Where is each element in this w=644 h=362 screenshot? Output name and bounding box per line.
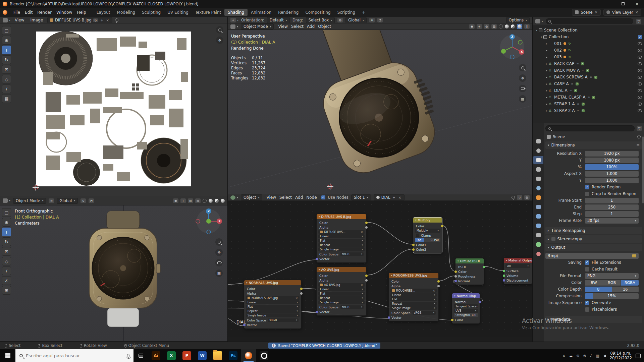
properties-search-field[interactable]: [545, 125, 635, 131]
microphone-icon[interactable]: [127, 354, 129, 358]
pan-hand-icon[interactable]: ✥: [216, 37, 223, 44]
output-socket[interactable]: [479, 301, 481, 303]
properties-tab-view-layer[interactable]: [533, 165, 543, 174]
uv-view-menu[interactable]: View: [13, 17, 26, 23]
show-overlays-icon[interactable]: ◍: [188, 198, 193, 203]
properties-tab-modifiers[interactable]: [533, 203, 543, 211]
input-socket[interactable]: [389, 303, 392, 305]
property-value-field[interactable]: 1.000: [585, 178, 639, 183]
viewport-tool-button[interactable]: ↻: [2, 237, 11, 246]
output-socket[interactable]: [364, 231, 366, 233]
outliner-item[interactable]: ▸ 003: [533, 54, 644, 60]
filter-icon[interactable]: ▽: [636, 19, 641, 24]
zoom-icon[interactable]: [215, 238, 223, 246]
output-socket[interactable]: [364, 301, 366, 304]
input-socket[interactable]: [454, 270, 457, 273]
shader-node[interactable]: ▾ ROUGHNESS UVS.jpg Color: [388, 273, 439, 321]
input-socket[interactable]: [317, 248, 320, 251]
output-socket[interactable]: [437, 312, 440, 314]
viewport-tool-button[interactable]: ∕: [2, 266, 11, 275]
node-header[interactable]: ▾ NORMALS UVS.jpg: [244, 280, 301, 285]
pan-hand-icon[interactable]: ✥: [519, 74, 526, 82]
expand-arrow-icon[interactable]: ▸: [545, 109, 549, 112]
input-socket[interactable]: [317, 244, 320, 246]
node-row[interactable]: AO UVS.jpg: [318, 283, 365, 287]
output-socket[interactable]: [436, 307, 438, 309]
property-row[interactable]: Render Region: [545, 184, 641, 190]
taskbar-app-blender[interactable]: [241, 349, 256, 362]
node-row[interactable]: Repeat: [318, 243, 365, 247]
collapse-arrow-icon[interactable]: ▾: [454, 295, 455, 297]
node-row[interactable]: Color1: [413, 242, 442, 247]
output-socket[interactable]: [436, 303, 438, 305]
input-socket[interactable]: [317, 235, 320, 238]
pin-icon[interactable]: [512, 196, 515, 199]
input-socket[interactable]: [454, 280, 457, 282]
hide-in-viewport-eye-icon[interactable]: [638, 89, 642, 92]
input-socket[interactable]: [389, 290, 392, 292]
node-row[interactable]: Single Image: [318, 300, 365, 304]
properties-tab-constraints[interactable]: [533, 231, 543, 239]
node-row[interactable]: Vector: [389, 315, 438, 320]
segment-option[interactable]: 16: [612, 287, 639, 292]
input-socket[interactable]: [316, 222, 318, 224]
uv-tool-button[interactable]: ▦: [2, 94, 11, 103]
hide-in-viewport-eye-icon[interactable]: [638, 42, 642, 45]
input-socket[interactable]: [316, 226, 318, 229]
property-row[interactable]: Y 1.000 1.000: [545, 177, 641, 184]
solid-shading-icon[interactable]: [209, 199, 213, 203]
output-socket[interactable]: [300, 324, 303, 326]
hide-in-viewport-eye-icon[interactable]: [638, 109, 642, 112]
editor-type-icon[interactable]: [230, 24, 235, 29]
viewport-tool-button[interactable]: ∠: [2, 276, 11, 285]
input-socket[interactable]: [245, 301, 247, 304]
show-overlays-icon[interactable]: ◍: [524, 195, 530, 200]
outliner-item[interactable]: ▸ BACK MOV A: [533, 67, 644, 74]
editor-type-icon[interactable]: [3, 18, 8, 22]
input-socket[interactable]: [316, 258, 318, 260]
taskbar-app-file-explorer[interactable]: [210, 349, 225, 362]
wireframe-shading-icon[interactable]: [499, 24, 503, 28]
property-checkbox[interactable]: [585, 267, 589, 272]
node-row[interactable]: Color: [244, 286, 301, 291]
camera-view-icon[interactable]: [215, 259, 223, 266]
node-row[interactable]: Strength 0.300: [454, 313, 478, 317]
expand-arrow-icon[interactable]: ▸: [545, 89, 549, 92]
properties-tab-render[interactable]: [533, 146, 543, 155]
orthographic-toggle-icon[interactable]: ▦: [215, 269, 223, 277]
properties-tab-material[interactable]: [533, 250, 543, 258]
output-socket[interactable]: [529, 265, 532, 267]
node-row[interactable]: DIFFUSE UVS...: [318, 230, 365, 234]
property-checkbox[interactable]: [585, 185, 589, 189]
input-socket[interactable]: [388, 285, 390, 287]
outliner-item[interactable]: ▸ BACK SCREWS A: [533, 74, 644, 80]
property-row[interactable]: Aspect X 1.000 1.000: [545, 170, 641, 177]
property-row[interactable]: Image Sequence Overwrite: [545, 299, 641, 306]
output-socket[interactable]: [299, 310, 301, 312]
shader-menu-item[interactable]: View: [265, 195, 278, 200]
action-center-icon[interactable]: [636, 354, 641, 358]
node-row[interactable]: Surface: [504, 268, 532, 273]
input-socket[interactable]: [453, 305, 455, 308]
node-row[interactable]: Color: [455, 269, 484, 274]
input-socket[interactable]: [317, 240, 320, 242]
stereoscopy-checkbox[interactable]: [551, 237, 555, 241]
property-row[interactable]: Resolution X 1920 px 1920 px: [545, 150, 641, 157]
viewport-menu-item[interactable]: Select: [289, 24, 305, 29]
node-header[interactable]: ▾ Normal Map: [452, 293, 480, 298]
taskbar-app-excel[interactable]: X: [164, 349, 179, 362]
workspace-tab[interactable]: Modeling: [114, 9, 139, 16]
uv-tool-button[interactable]: ◇: [2, 75, 11, 83]
property-value-field[interactable]: 1: [585, 211, 639, 217]
uv-tool-button[interactable]: ∕: [2, 84, 11, 93]
expand-arrow-icon[interactable]: ▸: [545, 69, 549, 72]
property-row[interactable]: Frame Rate 30 fps 30 fps: [545, 217, 641, 224]
hamburger-menu-icon[interactable]: ≡: [49, 198, 54, 203]
output-socket[interactable]: [437, 316, 440, 319]
input-socket[interactable]: [503, 270, 505, 272]
properties-tab-tool[interactable]: [533, 137, 543, 145]
property-value-field[interactable]: 1080 px: [585, 158, 639, 163]
property-checkbox[interactable]: [585, 260, 589, 265]
task-view-button[interactable]: [133, 349, 148, 362]
input-socket[interactable]: [412, 234, 415, 237]
